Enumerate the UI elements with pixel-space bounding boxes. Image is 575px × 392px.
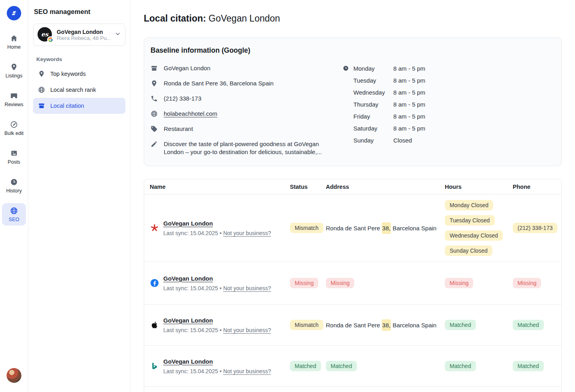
status-badge: Mismatch	[290, 223, 323, 233]
baseline-details: GoVegan London Ronda de Sant Pere 36, Ba…	[151, 64, 343, 156]
tag-icon	[151, 125, 158, 133]
hours-row: Wednesday 8 am - 5 pm	[343, 88, 425, 96]
main-content: Local citation: GoVegan London Baseline …	[131, 13, 575, 392]
hours-value: 8 am - 5 pm	[393, 89, 425, 96]
rail-item-label: Posts	[8, 159, 20, 165]
rail-item-listings[interactable]: Listings	[2, 59, 26, 82]
table-header: NameStatusAddressHoursPhone	[144, 179, 561, 194]
sidebar-item-label: Local citation	[50, 103, 84, 109]
address-badge: Matched	[326, 361, 357, 371]
hours-value: 8 am - 5 pm	[393, 125, 425, 132]
listing-name-link[interactable]: GoVegan London	[163, 275, 213, 282]
name-cell: GoVegan London Last sync: 15.04.2025•Not…	[150, 220, 290, 236]
not-your-business-link[interactable]: Not your business?	[223, 230, 271, 236]
table-row-facebook: GoVegan London Last sync: 15.04.2025•Not…	[144, 262, 561, 305]
globe-icon	[10, 207, 18, 215]
hours-row: Sunday Closed	[343, 136, 425, 144]
not-your-business-link[interactable]: Not your business?	[223, 327, 271, 333]
sidebar-item-local-search-rank[interactable]: Local search rank	[33, 82, 125, 98]
rail-item-posts[interactable]: Posts	[2, 146, 26, 168]
rail-item-label: Reviews	[4, 102, 23, 107]
business-meta: GoVegan London Riera Rebeca, 48 Pu...	[57, 29, 111, 41]
listing-name-link[interactable]: GoVegan London	[163, 220, 213, 227]
user-avatar[interactable]	[7, 368, 22, 383]
rail-item-home[interactable]: Home	[2, 31, 26, 53]
phone-badge: Missing	[513, 278, 541, 288]
pin-icon	[10, 63, 18, 71]
hours-badge: Matched	[445, 320, 476, 330]
status-badge: Mismatch	[290, 320, 323, 330]
column-header-status: Status	[290, 184, 326, 190]
listing-name-link[interactable]: GoVegan London	[163, 317, 213, 324]
hours-day: Wednesday	[353, 89, 393, 96]
hours-row: Monday 8 am - 5 pm	[343, 64, 425, 72]
pin-icon	[151, 79, 158, 87]
phone-badge: Matched	[513, 361, 544, 371]
hours-row: Friday 8 am - 5 pm	[343, 112, 425, 120]
rail-item-label: History	[6, 188, 22, 194]
last-sync: Last sync: 15.04.2025•Not your business?	[163, 368, 271, 374]
address-text: Ronda de Sant Pere 38, Barcelona Spain	[326, 322, 445, 329]
sidebar-item-label: Top keywords	[50, 71, 86, 77]
hours-day: Saturday	[353, 125, 393, 132]
rail-item-bulk-edit[interactable]: Bulk edit	[2, 117, 26, 139]
hours-value: Closed	[393, 137, 412, 144]
hours-value: 8 am - 5 pm	[393, 65, 425, 72]
baseline-detail-pencil: Discover the taste of plant-powered good…	[151, 140, 343, 156]
rail-item-history[interactable]: History	[2, 174, 26, 197]
name-cell: GoVegan London Last sync: 15.04.2025•Not…	[150, 317, 290, 333]
sidebar-item-top-keywords[interactable]: Top keywords	[33, 66, 125, 82]
reviews-icon	[10, 92, 18, 100]
clock-icon	[10, 178, 18, 186]
hours-badge: Wednesday Closed	[445, 230, 503, 241]
baseline-detail-text: (212) 338-173	[164, 95, 201, 103]
website-link[interactable]: holabeachhotel.com	[164, 110, 217, 118]
table-row-yelp: GoVegan London Last sync: 15.04.2025•Not…	[144, 194, 561, 262]
name-cell: GoVegan London Last sync: 15.04.2025•Not…	[150, 275, 290, 291]
rail-item-seo[interactable]: SEO	[2, 203, 26, 226]
hours-badge: Missing	[445, 278, 473, 288]
hours-value: 8 am - 5 pm	[393, 101, 425, 108]
business-selector[interactable]: es GoVegan London Riera Rebeca, 48 Pu...	[33, 24, 125, 46]
phone-badge: Matched	[513, 320, 544, 330]
last-sync: Last sync: 15.04.2025•Not your business?	[163, 285, 271, 291]
rail-item-label: Home	[7, 44, 20, 50]
status-badge: Matched	[290, 361, 321, 371]
bing-icon	[150, 362, 159, 370]
not-your-business-link[interactable]: Not your business?	[223, 285, 271, 291]
brand-icon	[10, 9, 18, 18]
baseline-detail-tag: Restaurant	[151, 125, 343, 133]
listing-name-link[interactable]: GoVegan London	[163, 358, 213, 365]
column-header-address: Address	[326, 184, 445, 190]
pin-icon	[38, 70, 45, 77]
hours-badge: Monday Closed	[445, 200, 493, 210]
storefront-icon	[38, 102, 45, 109]
sidebar-item-local-citation[interactable]: Local citation	[33, 98, 125, 114]
address-highlight: 38,	[382, 222, 391, 234]
globe-icon	[38, 86, 45, 93]
column-header-hours: Hours	[445, 184, 513, 190]
baseline-detail-pin: Ronda de Sant Pere 36, Barcelona Spain	[151, 79, 343, 87]
page-title-bold: Local citation:	[144, 13, 206, 24]
baseline-detail-text: Ronda de Sant Pere 36, Barcelona Spain	[164, 79, 274, 87]
hours-row: Saturday 8 am - 5 pm	[343, 124, 425, 132]
rail-item-reviews[interactable]: Reviews	[2, 88, 26, 111]
app-logo[interactable]	[7, 6, 21, 20]
not-your-business-link[interactable]: Not your business?	[223, 368, 271, 374]
storefront-icon	[151, 64, 158, 72]
address-badge: Missing	[326, 278, 354, 288]
facebook-icon	[150, 279, 159, 287]
baseline-detail-storefront: GoVegan London	[151, 64, 343, 72]
baseline-detail-globe: holabeachhotel.com	[151, 110, 343, 118]
hours-day: Monday	[353, 65, 393, 72]
rail-nav: Home Listings Reviews Bulk edit Posts Hi…	[2, 31, 26, 226]
phone-badge: (212) 338-173	[513, 223, 557, 233]
baseline-detail-phone: (212) 338-173	[151, 95, 343, 103]
yelp-icon	[150, 224, 159, 232]
hours-row: Thursday 8 am - 5 pm	[343, 100, 425, 108]
baseline-title: Baseline information (Google)	[151, 46, 555, 55]
hours-value: 8 am - 5 pm	[393, 77, 425, 84]
hours-day: Friday	[353, 113, 393, 120]
page-title: Local citation: GoVegan London	[144, 13, 562, 24]
business-name: GoVegan London	[57, 29, 111, 35]
